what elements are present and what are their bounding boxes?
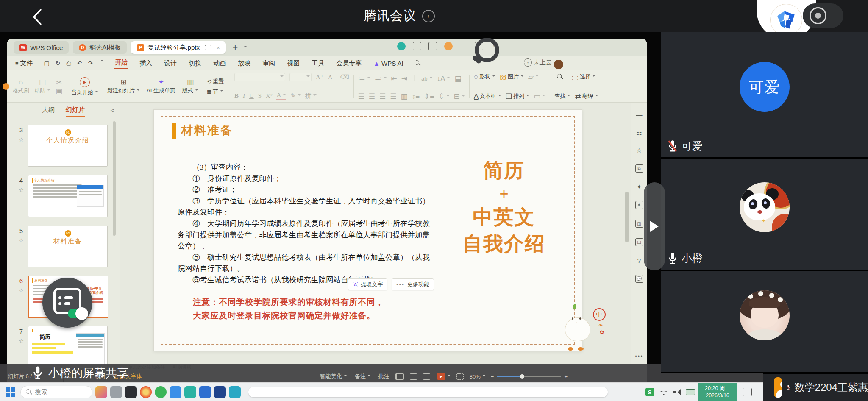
participant-tile-1[interactable]: 可爱 可爱 xyxy=(661,32,868,157)
sorter-view-icon[interactable] xyxy=(410,373,417,380)
taskbar-app-icon[interactable] xyxy=(155,386,167,398)
antivirus-tray-icon[interactable]: S xyxy=(645,388,654,396)
minimize-icon[interactable]: — xyxy=(460,42,467,50)
format-painter-button[interactable]: ⌂格式刷 xyxy=(13,78,29,95)
meeting-floating-bar[interactable] xyxy=(248,387,608,397)
thumbnail-slide-7[interactable]: 简历 xyxy=(28,326,108,368)
fit-screen-icon[interactable] xyxy=(456,373,464,380)
phonetic-button[interactable]: 拼 xyxy=(305,92,317,100)
star-icon[interactable]: ☆ xyxy=(17,287,25,294)
properties-icon[interactable]: ⚏ xyxy=(636,129,643,136)
sort-text-button[interactable]: ↓A xyxy=(437,75,451,82)
menu-home[interactable]: 开始 xyxy=(114,58,128,69)
tab-close-icon[interactable]: × xyxy=(217,45,220,51)
notification-icon[interactable] xyxy=(743,388,752,396)
zoom-slider-thumb[interactable] xyxy=(520,374,524,379)
edge-assistant-dot[interactable] xyxy=(3,83,9,90)
quick-access-icons[interactable]: ▢↻⎙↶↷ xyxy=(44,60,104,67)
tab-outline[interactable]: 大纲 xyxy=(42,106,55,117)
record-button[interactable] xyxy=(803,3,843,28)
section-button[interactable]: ≣节 xyxy=(207,88,224,95)
font-color-button[interactable]: A xyxy=(276,92,286,100)
normal-view-icon[interactable] xyxy=(395,373,404,380)
back-icon[interactable] xyxy=(31,8,43,25)
taskbar-app-icon[interactable] xyxy=(184,386,196,398)
star-icon[interactable]: ☆ xyxy=(17,338,25,344)
align-center-button[interactable]: ☰ xyxy=(369,93,375,100)
screen-button[interactable]: ▭ xyxy=(534,93,545,100)
more-features-button[interactable]: •••更多功能 xyxy=(392,278,434,290)
arrange-button[interactable]: ❏排列 xyxy=(506,92,529,100)
strikethrough-button[interactable]: S xyxy=(258,92,262,100)
menu-animation[interactable]: 动画 xyxy=(212,58,227,68)
taskbar-search[interactable]: 搜索 xyxy=(20,386,92,398)
picture-button[interactable]: ▨图片 xyxy=(500,73,524,81)
thumbnail-slide-3[interactable]: 01 个人情况介绍 xyxy=(28,125,108,167)
align-objects-button[interactable]: ⊟ xyxy=(454,93,465,100)
align-left-button[interactable]: ☰ xyxy=(358,93,364,100)
collapse-panel-icon[interactable]: < xyxy=(110,107,114,114)
sidebar-expand-handle[interactable] xyxy=(644,182,665,270)
tab-wps-office[interactable]: W WPS Office xyxy=(14,41,69,54)
slide-body-text[interactable]: （3）审查内容： ① 身份证原件及复印件； ② 准考证； ③ 学历学位证（应届本… xyxy=(178,162,432,286)
font-size-select[interactable] xyxy=(289,73,312,81)
zoom-level[interactable]: 80% xyxy=(470,373,486,380)
shapes-button[interactable]: ◌形状 xyxy=(474,73,495,81)
info-icon[interactable]: i xyxy=(422,10,435,22)
translate-button[interactable]: ⇄翻译 xyxy=(575,92,598,100)
decrease-font-icon[interactable]: A⁻ xyxy=(328,73,336,81)
decrease-indent-button[interactable]: ⇤ xyxy=(391,75,397,82)
menu-design[interactable]: 设计 xyxy=(163,58,178,68)
paste-button[interactable]: ▤粘贴 xyxy=(34,78,50,95)
line-spacing-button[interactable]: ↕≡ xyxy=(412,93,420,100)
increase-font-icon[interactable]: A⁺ xyxy=(316,73,324,81)
taskbar-app-icon[interactable] xyxy=(199,386,211,398)
media-button[interactable]: ▱ xyxy=(528,73,539,81)
menu-file[interactable]: ≡文件 xyxy=(14,58,34,68)
notes-button[interactable]: 备注 xyxy=(355,373,371,380)
account-avatar[interactable] xyxy=(444,42,453,50)
canvas-scrollbar[interactable] xyxy=(625,192,629,242)
participant-row-4[interactable]: 数学2204王紫惠 xyxy=(763,373,868,401)
battery-icon[interactable] xyxy=(686,389,695,395)
bullets-button[interactable]: ≔ xyxy=(358,75,370,82)
star-icon[interactable]: ☆ xyxy=(17,237,25,244)
textbox-button[interactable]: A̲文本框 xyxy=(474,92,501,100)
layout-icon[interactable] xyxy=(413,42,421,50)
select-button[interactable]: ⬚选择 xyxy=(571,73,595,81)
columns-button[interactable]: ▥ xyxy=(401,93,408,100)
menu-review[interactable]: 审阅 xyxy=(262,58,276,68)
find-icon[interactable] xyxy=(557,74,563,80)
search-icon[interactable] xyxy=(415,60,420,66)
vip-icon[interactable] xyxy=(554,60,563,69)
star-icon[interactable]: ☆ xyxy=(17,136,25,143)
cut-copy-buttons[interactable]: ✂▣ xyxy=(56,79,62,95)
zoom-in-icon[interactable]: + xyxy=(564,373,568,380)
taskbar-app-icon[interactable] xyxy=(140,386,152,398)
taskbar-app-icon[interactable] xyxy=(229,386,241,398)
taskbar-app-icon[interactable] xyxy=(125,386,137,398)
volume-icon[interactable] xyxy=(673,389,680,395)
participant-tile-2[interactable]: ✦ ♥ 小橙 xyxy=(661,159,868,270)
superscript-button[interactable]: X² xyxy=(266,92,272,100)
floating-share-control[interactable] xyxy=(42,278,92,328)
tab-list-caret[interactable] xyxy=(244,46,247,49)
menu-member[interactable]: 会员专享 xyxy=(335,58,362,68)
new-tab-button[interactable]: + xyxy=(233,42,238,53)
more-tools-icon[interactable]: ••• xyxy=(635,353,643,359)
increase-indent-button[interactable]: ⇥ xyxy=(401,75,407,82)
italic-button[interactable]: I xyxy=(243,92,245,100)
menu-tools[interactable]: 工具 xyxy=(311,58,325,68)
new-slide-button[interactable]: ⊞新建幻灯片 xyxy=(107,78,140,95)
menu-insert[interactable]: 插入 xyxy=(139,58,153,68)
justify-button[interactable]: ☰ xyxy=(390,93,396,100)
help-icon[interactable]: ? xyxy=(636,257,643,264)
beautify-wand-icon[interactable]: ✦ xyxy=(636,183,643,190)
thumbnail-slide-5[interactable]: 02 材料准备 xyxy=(28,226,108,267)
clear-format-icon[interactable]: ⌫ xyxy=(340,73,349,81)
smart-beautify-button[interactable]: 智能美化 xyxy=(320,373,347,380)
slide-side-text[interactable]: 简历 + 中英文 自我介绍 xyxy=(453,157,555,258)
current-slide[interactable]: 材料准备 （3）审查内容： ① 身份证原件及复印件； ② 准考证； ③ 学历学位… xyxy=(153,109,582,351)
bold-button[interactable]: B xyxy=(234,92,239,100)
convert-smartart-button[interactable]: ⬓ xyxy=(454,75,461,82)
